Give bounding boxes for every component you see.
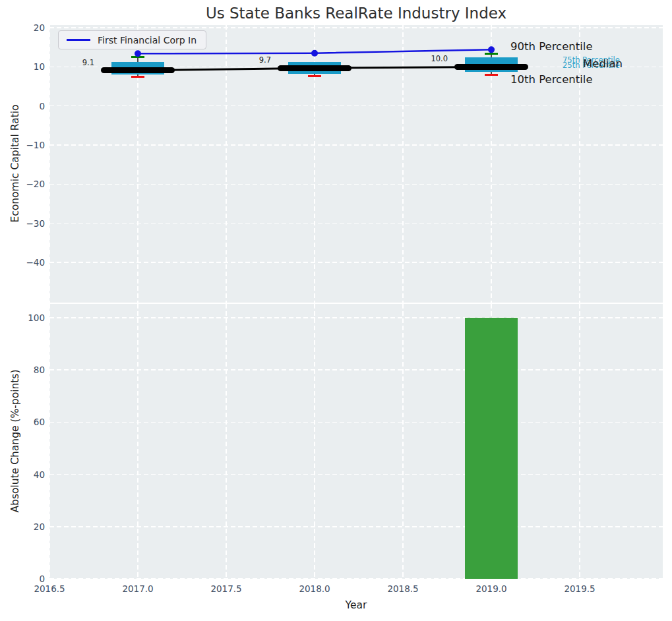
x-tick-label: 2017.0 — [115, 583, 161, 595]
legend-label: First Financial Corp In — [98, 35, 197, 45]
chart-title: Us State Banks RealRate Industry Index — [49, 5, 663, 22]
gridline-h — [49, 369, 663, 370]
y-tick-label: 80 — [13, 364, 45, 376]
y-tick-label: 20 — [13, 521, 45, 533]
label-median: Median — [583, 57, 623, 70]
gridline-h — [49, 526, 663, 527]
x-tick-label: 2019.5 — [557, 583, 603, 595]
gridline-h — [49, 317, 663, 318]
y-tick-label: 60 — [13, 416, 45, 428]
y-tick-label: 100 — [13, 312, 45, 324]
bottom-axes — [49, 304, 663, 579]
y-tick-label: −30 — [13, 218, 45, 229]
x-axis-label: Year — [49, 599, 663, 611]
gridline-v — [314, 304, 315, 579]
y-tick-label: 40 — [13, 469, 45, 481]
legend: First Financial Corp In — [58, 30, 206, 49]
median-annotation: 9.7 — [231, 55, 271, 65]
gridline-h — [49, 422, 663, 423]
y-tick-label: −10 — [13, 139, 45, 151]
company-marker — [135, 50, 141, 57]
x-tick-label: 2018.5 — [380, 583, 426, 595]
median-connecting-line — [138, 67, 491, 70]
gridline-h — [49, 578, 663, 579]
company-marker — [488, 46, 495, 53]
company-marker — [311, 50, 318, 57]
gridline-h — [49, 474, 663, 475]
median-annotation: 9.1 — [55, 58, 94, 67]
gridline-v — [226, 304, 227, 579]
y-tick-label: 20 — [13, 22, 45, 34]
figure: Us State Banks RealRate Industry Index E… — [0, 0, 672, 621]
median-annotation: 10.0 — [408, 54, 448, 63]
y-tick-label: −40 — [13, 256, 45, 268]
gridline-v — [49, 304, 50, 579]
gridline-v — [402, 304, 404, 579]
legend-line-sample-icon — [67, 39, 90, 41]
x-tick-label: 2018.0 — [291, 583, 338, 595]
label-90th-percentile: 90th Percentile — [510, 40, 593, 53]
x-tick-label: 2016.5 — [26, 583, 73, 595]
change-bar — [465, 318, 518, 579]
top-y-axis-label: Economic Capital Ratio — [9, 104, 21, 222]
gridline-v — [137, 304, 138, 579]
y-tick-label: 10 — [13, 61, 45, 73]
label-10th-percentile: 10th Percentile — [510, 73, 593, 86]
x-tick-label: 2019.0 — [468, 583, 514, 595]
y-tick-label: −20 — [13, 178, 45, 190]
gridline-v — [579, 304, 580, 579]
bottom-y-axis-label: Absolute Change (%-points) — [9, 370, 21, 513]
y-tick-label: 0 — [13, 100, 45, 112]
x-tick-label: 2017.5 — [203, 583, 249, 595]
